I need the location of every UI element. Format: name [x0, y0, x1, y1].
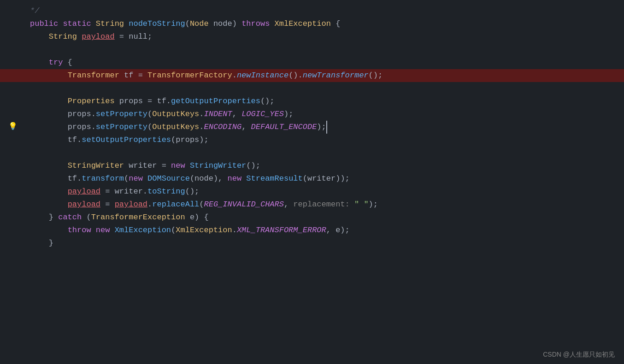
paren: ( — [171, 224, 176, 236]
code-line: props. setProperty ( OutputKeys . INDENT… — [0, 108, 624, 121]
gutter — [0, 211, 25, 224]
space — [143, 172, 147, 185]
comma: , — [232, 108, 241, 120]
gutter — [0, 147, 25, 159]
line-content: throw new XmlException ( XmlException . … — [25, 224, 624, 237]
indent — [30, 172, 68, 185]
line-content: Properties props = tf. getOutputProperti… — [25, 95, 624, 108]
keyword-catch: catch — [58, 211, 82, 223]
keyword-static: static — [63, 18, 91, 30]
comma: , — [241, 121, 251, 133]
code-line: public static String nodeToString ( Node… — [0, 18, 624, 30]
brace: { — [331, 18, 340, 30]
code-line: payload = writer. toString (); — [0, 185, 624, 198]
paren: ( — [147, 121, 152, 133]
const-defaultencode: DEFAULT_ENCODE — [251, 121, 317, 133]
gutter — [0, 198, 25, 211]
paren: (props); — [171, 134, 209, 146]
space — [91, 224, 96, 236]
code-line: */ — [0, 5, 624, 18]
type-properties: Properties — [68, 95, 115, 107]
gutter — [0, 5, 25, 18]
close-brace: } — [49, 211, 58, 223]
var-props: props. — [68, 108, 96, 120]
keyword-new4: new — [96, 224, 110, 236]
code-line: } catch ( TransformerException e) { — [0, 211, 624, 224]
dot: . — [232, 224, 237, 236]
paren2: ); — [369, 198, 378, 211]
type-transformer: Transformer — [68, 69, 119, 82]
paren: (); — [260, 95, 275, 107]
var-tf2: tf. — [68, 172, 82, 185]
gutter — [0, 56, 25, 69]
fn-setproperty2: setProperty — [96, 121, 147, 133]
gutter — [0, 69, 25, 82]
fn-tostring: toString — [147, 185, 185, 198]
type-string: String — [49, 30, 77, 43]
var-payload: payload — [82, 30, 114, 43]
const-encoding: ENCODING — [204, 121, 242, 133]
code-line: throw new XmlException ( XmlException . … — [0, 224, 624, 237]
keyword-throw: throw — [68, 224, 91, 236]
line-content: Transformer tf = TransformerFactory . ne… — [25, 69, 624, 82]
comma: , e); — [326, 224, 350, 236]
code-line-empty — [0, 147, 624, 159]
fn-xmlexception-ctor: XmlException — [115, 224, 171, 236]
fn-getoutputprops: getOutputProperties — [171, 95, 260, 107]
paren: (); — [369, 69, 383, 82]
code-line: tf. setOutputProperties (props); — [0, 134, 624, 147]
gutter — [0, 185, 25, 198]
gutter — [0, 95, 25, 108]
line-content: payload = writer. toString (); — [25, 185, 624, 198]
code-line-lightbulb: 💡 props. setProperty ( OutputKeys . ENCO… — [0, 121, 624, 134]
indent — [30, 198, 68, 211]
type-transformerexception: TransformerException — [91, 211, 185, 223]
lightbulb-icon[interactable]: 💡 — [8, 121, 18, 133]
watermark: CSDN @人生愿只如初见 — [543, 349, 615, 359]
code-line: } — [0, 237, 624, 250]
line-content: payload = payload . replaceAll ( REG_INV… — [25, 198, 624, 211]
var-payload-lhs: payload — [68, 185, 100, 198]
line-content: } — [25, 237, 624, 250]
type-node: Node — [190, 18, 209, 30]
line-content: StringWriter writer = new StringWriter (… — [25, 159, 624, 172]
indent — [30, 185, 68, 198]
indent — [30, 211, 49, 223]
fn-domsource: DOMSource — [147, 172, 190, 185]
gutter — [0, 30, 25, 43]
gutter — [0, 18, 25, 30]
code-line-empty — [0, 43, 624, 56]
method-newinstance: newInstance — [237, 69, 288, 82]
space: tf = — [119, 69, 147, 82]
dot: . — [232, 69, 237, 82]
line-content: try { — [25, 56, 624, 69]
dot: . — [147, 198, 152, 211]
fn-replaceall: replaceAll — [152, 198, 199, 211]
type-stringwriter: StringWriter — [68, 159, 124, 172]
indent — [30, 121, 68, 133]
paren: ); — [284, 108, 293, 120]
line-content: props. setProperty ( OutputKeys . INDENT… — [25, 108, 624, 121]
paren: ( — [185, 18, 190, 30]
paren: (). — [288, 69, 303, 82]
space — [185, 159, 190, 172]
code-line: tf. transform ( new DOMSource (node), ne… — [0, 172, 624, 185]
type-transformerfactory: TransformerFactory — [147, 69, 232, 82]
paren: (); — [246, 159, 260, 172]
code-line: StringWriter writer = new StringWriter (… — [0, 159, 624, 172]
code-line: try { — [0, 56, 624, 69]
space — [124, 18, 129, 30]
equals: = writer. — [100, 185, 147, 198]
indent — [30, 134, 68, 146]
line-content — [25, 147, 624, 159]
dot: . — [199, 108, 204, 120]
code-line-empty — [0, 82, 624, 95]
fn-streamresult: StreamResult — [246, 172, 302, 185]
paren-cursor: ); — [317, 121, 327, 133]
space — [91, 18, 96, 30]
const-logicyes: LOGIC_YES — [241, 108, 284, 120]
gutter — [0, 82, 25, 95]
type-string: String — [96, 18, 124, 30]
gutter — [0, 108, 25, 121]
brace: { — [63, 56, 72, 69]
